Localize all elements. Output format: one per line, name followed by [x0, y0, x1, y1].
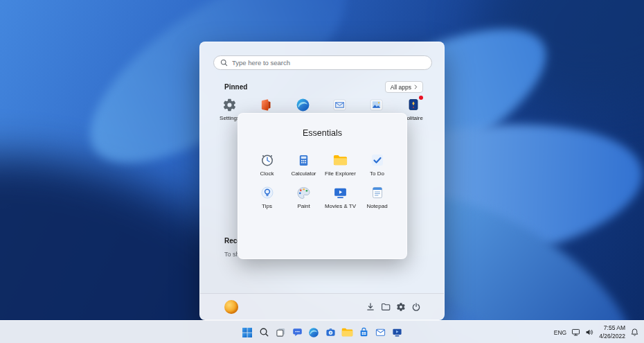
movies-tv-icon [392, 327, 402, 337]
mail-icon [332, 97, 348, 112]
folder-app-calculator[interactable]: Calculator [285, 150, 322, 182]
camera-icon [325, 327, 336, 337]
tray-time: 7:55 AM [599, 324, 625, 332]
taskbar-start-button[interactable] [240, 324, 254, 341]
file-explorer-button[interactable] [381, 302, 391, 312]
taskbar-photos-button[interactable] [323, 324, 337, 341]
folder-app-paint[interactable]: Paint [285, 182, 322, 215]
folder-app-todo[interactable]: To Do [359, 150, 395, 182]
taskbar-search-button[interactable] [257, 324, 271, 341]
chevron-right-icon [414, 85, 418, 89]
task-view-icon [276, 327, 286, 337]
network-icon[interactable] [571, 328, 580, 337]
downloads-button[interactable] [366, 302, 375, 312]
footer-actions [366, 302, 421, 312]
taskbar-file-explorer-button[interactable] [340, 324, 354, 341]
folder-app-movies-tv[interactable]: Movies & TV [322, 182, 359, 215]
power-icon [411, 302, 421, 312]
start-search-box[interactable] [213, 55, 432, 70]
folder-popup-essentials: Essentials Clock Calculator File Explore… [238, 113, 407, 259]
all-apps-button[interactable]: All apps [385, 81, 423, 93]
taskbar: ENG 7:55 AM 4/26/2022 [0, 320, 644, 343]
folder-app-notepad[interactable]: Notepad [359, 182, 395, 215]
folder-app-clock[interactable]: Clock [249, 150, 285, 182]
taskbar-edge-button[interactable] [307, 324, 321, 341]
folder-app-label: To Do [370, 170, 384, 177]
gear-icon [396, 302, 406, 312]
taskbar-store-button[interactable] [357, 324, 370, 341]
todo-check-icon [370, 152, 385, 168]
store-bag-icon [359, 327, 369, 337]
folder-app-label: File Explorer [325, 170, 356, 177]
solitaire-icon [406, 97, 421, 112]
settings-button[interactable] [396, 302, 406, 312]
user-avatar[interactable] [224, 300, 238, 314]
clock-icon [260, 152, 275, 168]
photos-icon [369, 97, 384, 112]
power-button[interactable] [411, 302, 421, 312]
pinned-header: Pinned All apps [224, 81, 423, 93]
tray-date: 4/26/2022 [599, 333, 625, 340]
office-icon [259, 97, 274, 112]
edge-browser-icon [308, 327, 319, 338]
taskbar-movies-tv-button[interactable] [390, 324, 404, 341]
download-icon [366, 302, 375, 312]
volume-icon[interactable] [585, 328, 594, 337]
all-apps-label: All apps [391, 84, 411, 91]
system-tray: ENG 7:55 AM 4/26/2022 [554, 321, 639, 343]
start-menu-footer [200, 293, 444, 319]
notification-badge [419, 96, 423, 100]
pinned-app-label: Settings [220, 115, 240, 121]
notepad-icon [370, 185, 385, 200]
folder-app-label: Calculator [291, 170, 316, 177]
movies-tv-icon [333, 185, 348, 200]
search-input[interactable] [232, 59, 425, 67]
folder-app-label: Paint [297, 203, 310, 209]
folder-app-label: Tips [262, 203, 272, 209]
paint-palette-icon [296, 185, 312, 200]
taskbar-chat-button[interactable] [290, 324, 304, 341]
folder-app-label: Clock [260, 170, 274, 177]
file-explorer-icon [333, 152, 348, 168]
chat-bubble-icon [292, 327, 303, 337]
folder-app-label: Notepad [366, 203, 387, 209]
taskbar-clock[interactable]: 7:55 AM 4/26/2022 [599, 324, 625, 340]
taskbar-mail-button[interactable] [373, 324, 387, 341]
file-explorer-icon [341, 327, 353, 337]
taskbar-center-icons [240, 321, 404, 343]
search-icon [259, 327, 269, 337]
taskbar-task-view-button[interactable] [274, 324, 287, 341]
folder-icon [381, 302, 391, 312]
folder-app-label: Movies & TV [325, 203, 356, 209]
edge-browser-icon [296, 97, 311, 112]
folder-apps-grid: Clock Calculator File Explorer To Do Tip… [249, 150, 395, 215]
notification-bell-icon[interactable] [630, 328, 639, 337]
calculator-icon [296, 152, 312, 168]
language-indicator[interactable]: ENG [554, 329, 566, 336]
mail-icon [375, 327, 386, 337]
pinned-section-title: Pinned [224, 83, 247, 91]
tips-lightbulb-icon [260, 185, 275, 200]
windows-start-icon [242, 327, 253, 338]
folder-title: Essentials [238, 128, 406, 138]
folder-app-file-explorer[interactable]: File Explorer [322, 150, 359, 182]
search-icon [220, 57, 228, 69]
settings-gear-icon [222, 97, 238, 112]
folder-app-tips[interactable]: Tips [249, 182, 285, 215]
